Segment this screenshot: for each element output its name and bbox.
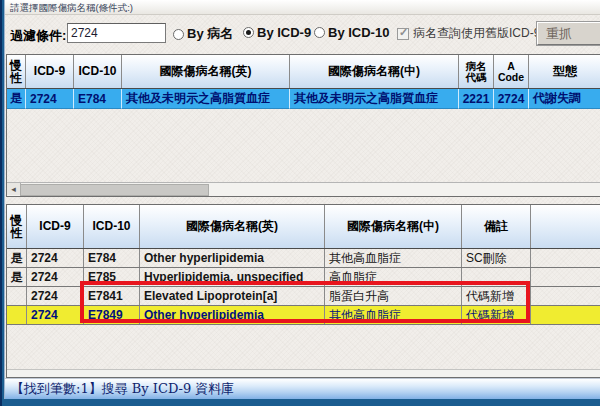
cell-icd10: E7849 <box>84 306 140 324</box>
radio-by-icd10[interactable]: By ICD-10 <box>314 25 389 40</box>
radio-by-disease-name[interactable]: By 病名 <box>173 25 233 43</box>
cell-name-en: 其他及未明示之高脂質血症 <box>122 89 290 109</box>
top-grid-empty-area <box>7 109 600 182</box>
radio-label: By ICD-9 <box>257 25 311 40</box>
cell-name-zh: 其他高血脂症 <box>325 249 462 267</box>
cell-a-code: 2724 <box>494 89 529 109</box>
cell-icd10: E785 <box>84 268 140 286</box>
column-header-name-en[interactable]: 國際傷病名稱(英) <box>122 55 290 88</box>
check-icon: ✓ <box>399 26 408 39</box>
bottom-scroll-track[interactable] <box>7 369 600 377</box>
horizontal-scrollbar[interactable]: ◂ <box>7 182 600 196</box>
status-bar: 【找到筆數:1】搜尋 By ICD-9 資料庫 <box>5 378 600 399</box>
column-header-empty <box>531 205 600 248</box>
cell-name-en: Elevated Lipoprotein[a] <box>140 287 325 305</box>
column-header-icd9[interactable]: ICD-9 <box>27 205 84 248</box>
table-row[interactable]: 2724 E7841 Elevated Lipoprotein[a] 脂蛋白升高… <box>7 287 600 306</box>
column-header-note[interactable]: 備註 <box>462 205 531 248</box>
column-header-disease-code[interactable]: 病名代碼 <box>459 55 494 88</box>
cell-name-en: Other hyperlipidemia <box>140 249 325 267</box>
cell-note: SC刪除 <box>462 249 531 267</box>
cell-chronic <box>7 287 27 305</box>
cell-chronic: 是 <box>7 268 27 286</box>
column-header-icd10[interactable]: ICD-10 <box>84 205 140 248</box>
cell-note: 代碼新增 <box>462 287 531 305</box>
radio-icon-selected <box>243 27 254 38</box>
filter-label: 過濾條件: <box>10 27 66 45</box>
cell-empty <box>531 268 600 286</box>
radio-label: By 病名 <box>187 25 233 43</box>
window-titlebar[interactable]: 請選擇國際傷病名稱(條件式:) <box>5 0 600 15</box>
scroll-left-button[interactable]: ◂ <box>7 183 21 195</box>
radio-icon <box>173 29 184 40</box>
table-row[interactable]: 是 2724 E785 Hyperlipidemia, unspecified … <box>7 268 600 287</box>
bottom-grid-empty-area <box>7 325 600 369</box>
cell-empty <box>531 306 600 324</box>
column-header-name-zh[interactable]: 國際傷病名稱(中) <box>290 55 459 88</box>
status-text: 【找到筆數:1】搜尋 By ICD-9 資料庫 <box>11 381 234 396</box>
cell-icd9: 2724 <box>27 306 84 324</box>
cell-disease-code: 2221 <box>459 89 494 109</box>
column-header-type[interactable]: 型態 <box>529 55 600 88</box>
cell-name-zh: 高血脂症 <box>325 268 462 286</box>
bottom-grid-panel: 慢性 ICD-9 ICD-10 國際傷病名稱(英) 國際傷病名稱(中) 備註 是… <box>6 204 600 378</box>
cell-note: 代碼新增 <box>462 306 531 324</box>
refetch-button[interactable]: 重抓 <box>537 22 600 45</box>
window-title: 請選擇國際傷病名稱(條件式:) <box>10 2 133 13</box>
cell-icd9: 2724 <box>27 287 84 305</box>
cell-icd9: 2724 <box>27 249 84 267</box>
cell-icd10: E784 <box>84 249 140 267</box>
column-header-icd9[interactable]: ICD-9 <box>26 55 74 88</box>
top-table-selected-row[interactable]: 是 2724 E784 其他及未明示之高脂質血症 其他及未明示之高脂質血症 22… <box>7 89 600 109</box>
column-header-icd10[interactable]: ICD-10 <box>74 55 122 88</box>
cell-icd10: E784 <box>74 89 122 109</box>
radio-by-icd9[interactable]: By ICD-9 <box>243 25 311 40</box>
cell-empty <box>531 249 600 267</box>
bottom-table-header: 慢性 ICD-9 ICD-10 國際傷病名稱(英) 國際傷病名稱(中) 備註 <box>7 205 600 249</box>
cell-name-en: Hyperlipidemia, unspecified <box>140 268 325 286</box>
cell-type: 代謝失調 <box>529 89 600 109</box>
disease-picker-window: 請選擇國際傷病名稱(條件式:) 過濾條件: By 病名 By ICD-9 By … <box>4 0 600 399</box>
checkbox-icon: ✓ <box>397 28 409 40</box>
radio-label: By ICD-10 <box>328 25 389 40</box>
column-header-chronic[interactable]: 慢性 <box>7 55 26 88</box>
cell-name-en: Other hyperlipidemia <box>140 306 325 324</box>
scrollbar-thumb[interactable] <box>20 184 209 196</box>
cell-name-zh: 其他高血脂症 <box>325 306 462 324</box>
legacy-icd9-checkbox[interactable]: ✓ 病名查詢使用舊版ICD-9 <box>397 25 540 42</box>
radio-icon <box>314 27 325 38</box>
table-row-highlighted[interactable]: 2724 E7849 Other hyperlipidemia 其他高血脂症 代… <box>7 306 600 325</box>
cell-empty <box>531 287 600 305</box>
cell-chronic: 是 <box>7 249 27 267</box>
cell-icd9: 2724 <box>27 268 84 286</box>
cell-chronic <box>7 306 27 324</box>
filter-input[interactable] <box>67 23 166 43</box>
column-header-name-zh[interactable]: 國際傷病名稱(中) <box>325 205 462 248</box>
cell-name-zh: 其他及未明示之高脂質血症 <box>290 89 459 109</box>
table-row[interactable]: 是 2724 E784 Other hyperlipidemia 其他高血脂症 … <box>7 249 600 268</box>
cell-note <box>462 268 531 286</box>
cell-icd10: E7841 <box>84 287 140 305</box>
radio-dot <box>246 30 251 35</box>
column-header-name-en[interactable]: 國際傷病名稱(英) <box>140 205 325 248</box>
top-grid-panel: 慢性 ICD-9 ICD-10 國際傷病名稱(英) 國際傷病名稱(中) 病名代碼… <box>6 54 600 197</box>
column-header-chronic[interactable]: 慢性 <box>7 205 27 248</box>
cell-icd9: 2724 <box>26 89 74 109</box>
checkbox-label: 病名查詢使用舊版ICD-9 <box>413 25 540 42</box>
column-header-a-code[interactable]: A Code <box>494 55 529 88</box>
desktop: 請選擇國際傷病名稱(條件式:) 過濾條件: By 病名 By ICD-9 By … <box>0 0 600 406</box>
top-table-header: 慢性 ICD-9 ICD-10 國際傷病名稱(英) 國際傷病名稱(中) 病名代碼… <box>7 55 600 89</box>
filter-bar: 過濾條件: By 病名 By ICD-9 By ICD-10 ✓ 病名查詢使用舊… <box>5 16 600 52</box>
scroll-left-icon: ◂ <box>11 184 16 194</box>
cell-name-zh: 脂蛋白升高 <box>325 287 462 305</box>
cell-chronic: 是 <box>7 89 26 109</box>
